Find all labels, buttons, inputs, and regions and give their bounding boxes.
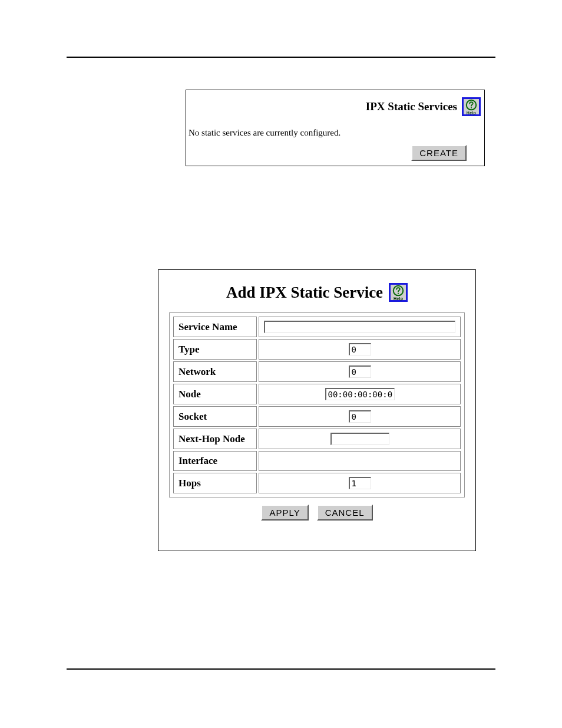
service-name-input[interactable] xyxy=(264,321,455,333)
ipx-static-services-title: IPX Static Services xyxy=(366,100,457,113)
label-interface: Interface xyxy=(173,451,257,471)
panel2-header: Add IPX Static Service Help xyxy=(158,270,475,312)
network-input[interactable] xyxy=(349,365,371,378)
panel2-button-row: APPLY CANCEL xyxy=(158,505,475,521)
hops-input[interactable] xyxy=(349,477,371,489)
svg-point-1 xyxy=(471,107,472,108)
label-service-name: Service Name xyxy=(173,317,257,337)
label-type: Type xyxy=(173,339,257,360)
help-icon[interactable]: Help xyxy=(389,283,408,302)
socket-input[interactable] xyxy=(349,410,371,423)
cancel-button[interactable]: CANCEL xyxy=(317,505,373,521)
type-input[interactable] xyxy=(349,343,371,355)
row-hops: Hops xyxy=(173,473,461,493)
create-button[interactable]: CREATE xyxy=(411,145,467,161)
interface-cell xyxy=(259,451,461,471)
ipx-static-services-panel: IPX Static Services Help No static servi… xyxy=(186,90,485,166)
label-node: Node xyxy=(173,384,257,404)
next-hop-node-input[interactable] xyxy=(330,433,389,445)
page-rule-top xyxy=(67,57,495,58)
row-interface: Interface xyxy=(173,451,461,471)
node-input[interactable] xyxy=(325,388,395,400)
help-icon[interactable]: Help xyxy=(462,97,481,116)
form-table: Service Name Type Network Node xyxy=(171,315,462,495)
row-socket: Socket xyxy=(173,406,461,427)
help-icon-label: Help xyxy=(464,111,479,115)
apply-button[interactable]: APPLY xyxy=(261,505,308,521)
label-socket: Socket xyxy=(173,406,257,427)
row-next-hop: Next-Hop Node xyxy=(173,429,461,449)
no-static-services-message: No static services are currently configu… xyxy=(189,128,481,138)
label-hops: Hops xyxy=(173,473,257,493)
add-ipx-static-service-panel: Add IPX Static Service Help Service Name… xyxy=(158,269,476,551)
form-container: Service Name Type Network Node xyxy=(169,312,465,498)
label-next-hop: Next-Hop Node xyxy=(173,429,257,449)
row-type: Type xyxy=(173,339,461,360)
page-rule-bottom xyxy=(67,668,495,670)
panel1-header: IPX Static Services Help xyxy=(190,94,481,120)
label-network: Network xyxy=(173,361,257,382)
help-icon-label: Help xyxy=(391,297,406,301)
svg-point-3 xyxy=(398,293,399,294)
row-node: Node xyxy=(173,384,461,404)
row-service-name: Service Name xyxy=(173,317,461,337)
add-ipx-static-service-title: Add IPX Static Service xyxy=(226,284,383,302)
panel1-button-row: CREATE xyxy=(411,145,467,161)
row-network: Network xyxy=(173,361,461,382)
